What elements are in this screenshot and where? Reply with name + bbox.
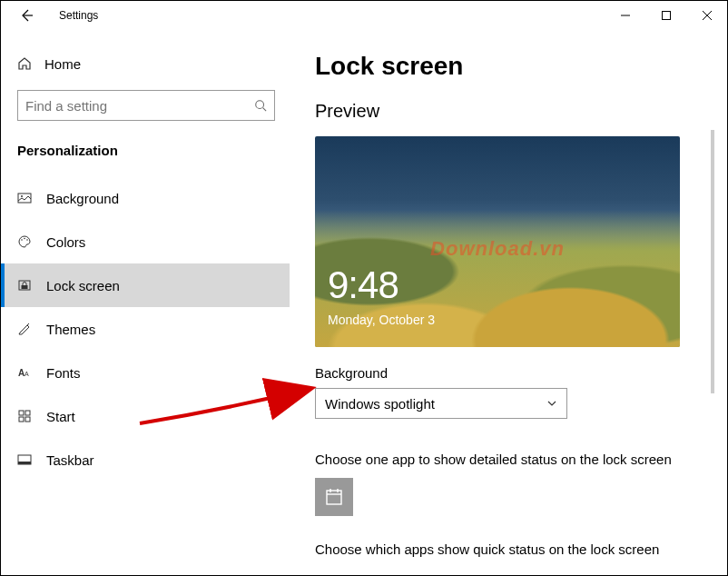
nav-themes[interactable]: Themes <box>1 307 290 351</box>
svg-point-5 <box>24 238 25 240</box>
svg-point-6 <box>26 239 28 241</box>
home-icon <box>17 56 32 71</box>
detailed-status-desc: Choose one app to show detailed status o… <box>315 452 702 467</box>
detailed-status-app-tile[interactable] <box>315 478 353 516</box>
svg-rect-17 <box>327 491 341 504</box>
svg-rect-0 <box>662 12 670 20</box>
background-label: Background <box>315 365 702 381</box>
watermark-text: Download.vn <box>430 237 565 261</box>
maximize-button[interactable] <box>645 1 686 30</box>
palette-icon <box>17 234 32 249</box>
lock-screen-preview[interactable]: 9:48 Monday, October 3 Download.vn <box>315 136 680 347</box>
image-icon <box>17 191 32 205</box>
nav-colors[interactable]: Colors <box>1 220 290 263</box>
main-content: Lock screen Preview 9:48 Monday, October… <box>290 30 727 575</box>
svg-rect-13 <box>19 417 24 422</box>
svg-rect-16 <box>18 462 31 464</box>
lock-screen-icon <box>17 278 32 293</box>
preview-date: Monday, October 3 <box>328 313 435 327</box>
nav-label: Lock screen <box>46 278 120 293</box>
nav-lock-screen[interactable]: Lock screen <box>1 263 290 307</box>
nav-label: Colors <box>46 234 85 250</box>
quick-status-desc: Choose which apps show quick status on t… <box>315 541 702 557</box>
svg-rect-8 <box>22 285 28 289</box>
home-label: Home <box>44 56 81 72</box>
start-icon <box>17 409 32 423</box>
nav-start[interactable]: Start <box>1 394 290 438</box>
svg-rect-14 <box>25 417 30 422</box>
svg-point-4 <box>21 239 23 241</box>
nav-label: Taskbar <box>46 452 94 468</box>
back-button[interactable] <box>8 1 44 30</box>
nav-fonts[interactable]: AA Fonts <box>1 351 290 394</box>
sidebar: Home Personalization Background Colors L… <box>1 30 290 575</box>
search-icon <box>254 99 267 112</box>
chevron-down-icon <box>546 398 557 409</box>
nav-label: Themes <box>46 322 95 337</box>
svg-text:A: A <box>25 371 29 377</box>
close-icon <box>703 11 712 20</box>
svg-rect-2 <box>18 194 31 203</box>
minimize-icon <box>621 11 630 20</box>
minimize-button[interactable] <box>605 1 645 30</box>
calendar-icon <box>324 487 344 507</box>
nav-taskbar[interactable]: Taskbar <box>1 438 290 482</box>
svg-rect-11 <box>19 411 24 415</box>
maximize-icon <box>662 11 671 20</box>
dropdown-value: Windows spotlight <box>325 396 435 412</box>
svg-point-1 <box>256 101 264 109</box>
preview-clock: 9:48 <box>328 263 398 307</box>
themes-icon <box>17 322 32 336</box>
taskbar-icon <box>17 452 32 467</box>
close-button[interactable] <box>686 1 727 30</box>
background-dropdown[interactable]: Windows spotlight <box>315 388 567 419</box>
nav-list: Background Colors Lock screen Themes AA … <box>1 176 290 482</box>
nav-label: Start <box>46 409 75 424</box>
category-heading: Personalization <box>17 143 290 158</box>
page-heading: Lock screen <box>315 52 702 81</box>
window-title: Settings <box>44 9 98 22</box>
scrollbar[interactable] <box>711 130 714 393</box>
search-input[interactable] <box>25 98 254 114</box>
search-input-container[interactable] <box>17 90 275 121</box>
svg-point-3 <box>21 195 23 197</box>
nav-label: Background <box>46 191 119 206</box>
home-nav[interactable]: Home <box>17 46 290 81</box>
svg-rect-12 <box>25 411 30 415</box>
fonts-icon: AA <box>17 365 32 380</box>
preview-heading: Preview <box>315 101 702 122</box>
nav-background[interactable]: Background <box>1 176 290 220</box>
arrow-left-icon <box>19 8 34 23</box>
nav-label: Fonts <box>46 365 81 381</box>
